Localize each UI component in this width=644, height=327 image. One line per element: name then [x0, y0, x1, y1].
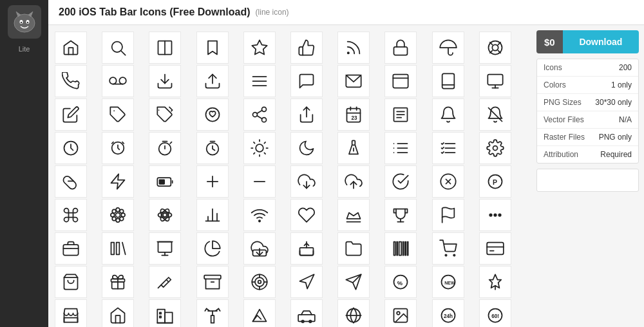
- icon-folder[interactable]: [337, 232, 370, 265]
- icon-command[interactable]: [55, 199, 87, 231]
- icon-plus[interactable]: [196, 165, 229, 198]
- icon-24h[interactable]: 24h: [432, 299, 464, 327]
- icon-browser[interactable]: [384, 65, 417, 97]
- icon-mail[interactable]: [337, 65, 370, 97]
- icon-chat[interactable]: [290, 65, 323, 97]
- icon-60[interactable]: 60!: [479, 299, 511, 327]
- icon-store[interactable]: [55, 299, 87, 327]
- icon-book[interactable]: [149, 32, 181, 64]
- icon-briefcase[interactable]: [55, 232, 87, 265]
- icon-x-circle[interactable]: [432, 165, 464, 198]
- icon-crown[interactable]: [337, 199, 370, 231]
- icon-bell-off[interactable]: [479, 98, 511, 131]
- svg-rect-32: [488, 75, 502, 85]
- icon-flashlight[interactable]: [337, 132, 370, 164]
- icon-pin[interactable]: [479, 266, 511, 298]
- icon-thumbsup[interactable]: [290, 32, 323, 64]
- icon-flight[interactable]: [337, 299, 370, 327]
- svg-point-38: [252, 113, 257, 117]
- icon-pen-paper[interactable]: [149, 266, 181, 298]
- icon-creditcard[interactable]: [479, 232, 511, 265]
- icon-atom[interactable]: [149, 199, 181, 231]
- icon-target[interactable]: [243, 266, 276, 298]
- icon-wifi[interactable]: [243, 199, 276, 231]
- icon-list[interactable]: [384, 132, 417, 164]
- icon-tag[interactable]: [102, 98, 134, 131]
- icon-house[interactable]: [102, 299, 134, 327]
- search-box[interactable]: [536, 169, 639, 192]
- icon-mountains[interactable]: [243, 299, 276, 327]
- icon-voicemail[interactable]: [102, 65, 134, 97]
- icon-settings[interactable]: [479, 132, 511, 164]
- icon-dots[interactable]: [479, 199, 511, 231]
- content-area: 23: [48, 25, 644, 327]
- svg-text:24h: 24h: [444, 313, 453, 319]
- icon-trophy[interactable]: [384, 199, 417, 231]
- icon-star[interactable]: [243, 32, 276, 64]
- icon-check-circle[interactable]: [384, 165, 417, 198]
- icon-pill[interactable]: [55, 165, 87, 198]
- download-button[interactable]: Download: [563, 30, 639, 53]
- icon-p-badge[interactable]: P: [479, 165, 511, 198]
- icon-percent[interactable]: %: [384, 266, 417, 298]
- icon-minus[interactable]: [243, 165, 276, 198]
- page-title: 200 iOS Tab Bar Icons (Free Download): [59, 6, 251, 18]
- icon-flag[interactable]: [432, 199, 464, 231]
- icon-library[interactable]: [102, 232, 134, 265]
- icon-zap[interactable]: [102, 165, 134, 198]
- icon-piechart[interactable]: [196, 232, 229, 265]
- icon-cloud-download[interactable]: [290, 165, 323, 198]
- icon-download[interactable]: [149, 65, 181, 97]
- svg-line-149: [158, 285, 162, 288]
- icon-alarm[interactable]: [102, 132, 134, 164]
- icon-search[interactable]: [102, 32, 134, 64]
- icon-upload-alt[interactable]: [290, 232, 323, 265]
- icon-edit[interactable]: [55, 98, 87, 131]
- icon-home[interactable]: [55, 32, 87, 64]
- icon-moon[interactable]: [290, 132, 323, 164]
- icon-tower[interactable]: [196, 299, 229, 327]
- icon-battery[interactable]: [149, 165, 181, 198]
- icon-umbrella[interactable]: [432, 32, 464, 64]
- icon-shoppingbag[interactable]: [55, 266, 87, 298]
- icon-gift[interactable]: [102, 266, 134, 298]
- svg-line-65: [254, 142, 255, 144]
- icon-presentation[interactable]: [149, 232, 181, 265]
- icon-share[interactable]: [243, 98, 276, 131]
- icon-share2[interactable]: [290, 98, 323, 131]
- icon-checklist[interactable]: [432, 132, 464, 164]
- icon-menu[interactable]: [243, 65, 276, 97]
- icon-archive[interactable]: [196, 266, 229, 298]
- icon-bookmark[interactable]: [196, 32, 229, 64]
- icon-cart[interactable]: [432, 232, 464, 265]
- icon-photo[interactable]: [384, 299, 417, 327]
- icon-barchart[interactable]: [196, 199, 229, 231]
- icon-buildings[interactable]: [149, 299, 181, 327]
- icon-inbox-download[interactable]: [243, 232, 276, 265]
- icon-clock[interactable]: [55, 132, 87, 164]
- icon-tablet[interactable]: [432, 65, 464, 97]
- icon-lifebuoy[interactable]: [479, 32, 511, 64]
- icon-phone[interactable]: [55, 65, 87, 97]
- icon-timer[interactable]: [196, 132, 229, 164]
- icon-tags[interactable]: [149, 98, 181, 131]
- icon-lock[interactable]: [384, 32, 417, 64]
- icon-heart[interactable]: [290, 199, 323, 231]
- icon-bell[interactable]: [432, 98, 464, 131]
- icon-car[interactable]: [290, 299, 323, 327]
- icon-send[interactable]: [337, 266, 370, 298]
- icon-monitor[interactable]: [479, 65, 511, 97]
- icon-new-badge[interactable]: NEW: [432, 266, 464, 298]
- icon-calendar[interactable]: 23: [337, 98, 370, 131]
- icon-stopwatch[interactable]: [149, 132, 181, 164]
- icon-flower[interactable]: [102, 199, 134, 231]
- icon-upload[interactable]: [196, 65, 229, 97]
- icon-rss[interactable]: [337, 32, 370, 64]
- info-value: N/A: [619, 115, 632, 124]
- icon-barcode[interactable]: [384, 232, 417, 265]
- icon-cloud-upload[interactable]: [337, 165, 370, 198]
- icon-sun[interactable]: [243, 132, 276, 164]
- icon-heart-tag[interactable]: [196, 98, 229, 131]
- icon-news[interactable]: [384, 98, 417, 131]
- icon-navigation[interactable]: [290, 266, 323, 298]
